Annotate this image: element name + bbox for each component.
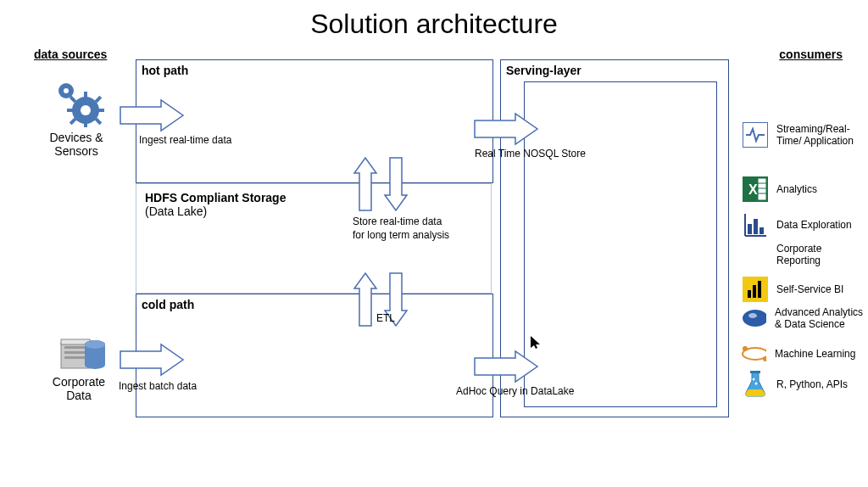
arrow-hot-to-serving	[473, 112, 539, 146]
corporate-data-label: Corporate Data	[41, 375, 117, 402]
devices-sensors-label: Devices & Sensors	[34, 131, 119, 158]
svg-rect-32	[760, 227, 764, 234]
svg-point-37	[743, 310, 766, 327]
svg-point-11	[64, 88, 69, 93]
svg-point-19	[85, 361, 105, 369]
svg-rect-4	[67, 109, 74, 112]
flask-icon	[743, 372, 768, 397]
svg-rect-5	[97, 109, 104, 112]
consumer-label: Self-Service BI	[776, 283, 843, 295]
consumer-label: R, Python, APIs	[776, 378, 848, 390]
ml-icon	[741, 341, 766, 367]
consumer-label: Streaming/Real-Time/ Application	[776, 123, 861, 147]
storage-title: HDFS Compliant Storage	[145, 191, 482, 204]
svg-rect-30	[748, 224, 752, 234]
svg-rect-36	[758, 281, 761, 298]
cold-path-box: cold path	[136, 294, 493, 417]
cold-serving-label: AdHoc Query in DataLake	[456, 385, 574, 399]
corporate-data-icon	[59, 329, 110, 375]
consumer-advanalytics: Advanced Analytics & Data Science	[741, 305, 868, 331]
arrow-storage-up-hot	[353, 156, 378, 212]
svg-point-20	[85, 340, 105, 349]
consumer-ml: Machine Learning	[741, 341, 855, 367]
svg-point-38	[748, 313, 757, 318]
excel-icon: X	[743, 176, 768, 202]
arrow-ingest-hot	[119, 98, 185, 132]
section-consumers: consumers	[779, 48, 843, 61]
consumer-selfservice: Self-Service BI	[743, 277, 843, 302]
consumer-label: Analytics	[776, 183, 817, 195]
section-data-sources: data sources	[34, 48, 107, 61]
consumer-streaming: Streaming/Real-Time/ Application	[743, 122, 861, 148]
cold-path-title: cold path	[136, 294, 199, 315]
consumer-analytics: X Analytics	[743, 176, 817, 202]
serving-layer-inner	[524, 81, 717, 407]
svg-point-40	[743, 346, 748, 351]
svg-rect-14	[64, 346, 86, 349]
arrow-cold-to-serving	[473, 350, 539, 383]
arrow-ingest-cold	[119, 343, 185, 377]
consumer-reporting: Corporate Reporting	[776, 243, 853, 266]
svg-rect-35	[753, 285, 756, 298]
consumer-label: Advanced Analytics & Data Science	[775, 306, 868, 330]
svg-rect-16	[64, 356, 86, 359]
svg-point-43	[753, 378, 755, 381]
svg-rect-22	[758, 178, 766, 200]
consumer-label: Corporate Reporting	[776, 243, 853, 266]
ingest-cold-label: Ingest batch data	[119, 380, 197, 394]
consumer-r-python: R, Python, APIs	[743, 372, 848, 397]
bars-icon	[743, 212, 768, 238]
svg-rect-15	[64, 351, 86, 354]
svg-rect-42	[750, 371, 760, 373]
svg-rect-31	[754, 219, 758, 234]
svg-point-1	[81, 105, 91, 115]
arrow-storage-down-hot	[383, 156, 409, 212]
hot-path-title: hot path	[136, 60, 193, 81]
cursor-icon	[531, 336, 541, 350]
svg-rect-2	[84, 92, 87, 98]
svg-point-44	[755, 383, 758, 385]
svg-text:X: X	[748, 182, 758, 197]
hot-path-box: hot path	[136, 59, 493, 183]
svg-rect-34	[748, 290, 751, 298]
svg-rect-3	[84, 120, 87, 127]
arrow-storage-up-cold	[353, 271, 378, 327]
serving-layer-title: Serving-layer	[501, 60, 587, 81]
powerbi-icon	[743, 277, 768, 302]
devices-sensors-icon	[47, 78, 107, 129]
svg-point-41	[763, 356, 766, 361]
ingest-hot-label: Ingest real-time data	[139, 134, 231, 148]
page-title: Solution architecture	[0, 8, 868, 40]
consumer-label: Machine Learning	[775, 348, 855, 360]
storage-note: Store real-time data for long term analy…	[353, 216, 449, 242]
pulse-icon	[743, 122, 768, 148]
hot-serving-label: Real Time NOSQL Store	[475, 148, 586, 161]
etl-label: ETL	[376, 312, 395, 326]
lens-icon	[741, 305, 766, 331]
consumer-exploration: Data Exploration	[743, 212, 852, 238]
consumer-label: Data Exploration	[776, 219, 852, 231]
